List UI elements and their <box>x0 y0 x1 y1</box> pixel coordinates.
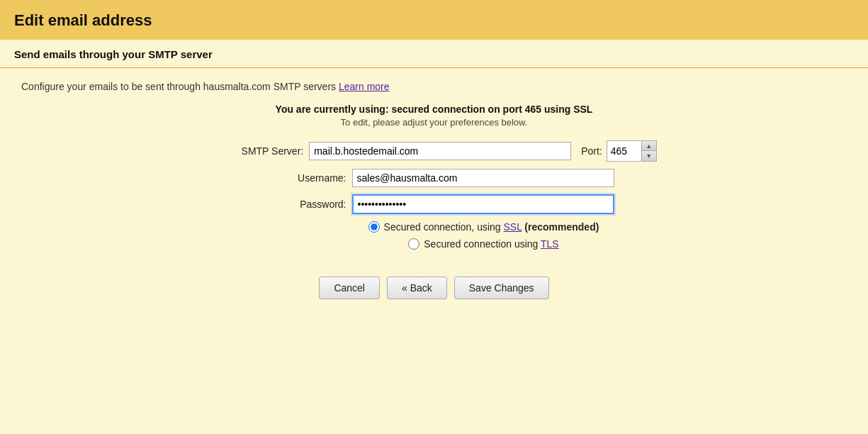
ssl-radio-label: Secured connection, using SSL (recommend… <box>384 221 599 233</box>
port-group: Port: ▲ ▼ <box>581 140 657 162</box>
username-label: Username: <box>254 172 346 184</box>
save-changes-button[interactable]: Save Changes <box>454 277 549 299</box>
username-row: Username: <box>21 169 847 187</box>
current-status-box: You are currently using: secured connect… <box>21 104 847 128</box>
button-row: Cancel « Back Save Changes <box>21 277 847 299</box>
port-input[interactable] <box>607 143 641 160</box>
smtp-label: SMTP Server: <box>211 145 303 157</box>
status-main: You are currently using: secured connect… <box>21 104 847 115</box>
password-label: Password: <box>254 199 346 210</box>
page-title-text: Edit email address <box>14 11 152 29</box>
port-down-button[interactable]: ▼ <box>642 151 656 161</box>
password-row: Password: <box>21 194 847 214</box>
tls-link[interactable]: TLS <box>541 238 559 250</box>
port-spinner: ▲ ▼ <box>641 141 656 161</box>
status-sub: To edit, please adjust your preferences … <box>21 117 847 128</box>
page-wrapper: Edit email address Send emails through y… <box>0 0 868 434</box>
learn-more-link[interactable]: Learn more <box>339 81 390 92</box>
content-area: Configure your emails to be sent through… <box>0 68 868 313</box>
cancel-button[interactable]: Cancel <box>319 277 380 299</box>
section-header-text: Send emails through your SMTP server <box>14 48 213 60</box>
smtp-input[interactable] <box>309 142 571 160</box>
tls-radio-label: Secured connection using TLS <box>424 238 558 250</box>
tls-radio[interactable] <box>408 238 419 250</box>
form-section: SMTP Server: Port: ▲ ▼ Username: <box>21 140 847 255</box>
page-title: Edit email address <box>0 0 868 40</box>
smtp-row: SMTP Server: Port: ▲ ▼ <box>21 140 847 162</box>
description-text: Configure your emails to be sent through… <box>21 81 339 92</box>
description-line: Configure your emails to be sent through… <box>21 81 847 92</box>
section-header: Send emails through your SMTP server <box>0 40 868 68</box>
password-input[interactable] <box>352 194 614 214</box>
back-button[interactable]: « Back <box>387 277 447 299</box>
ssl-radio-row: Secured connection, using SSL (recommend… <box>269 221 599 233</box>
ssl-radio[interactable] <box>368 221 380 233</box>
port-up-button[interactable]: ▲ <box>642 141 656 151</box>
username-input[interactable] <box>352 169 614 187</box>
port-label: Port: <box>581 145 602 157</box>
ssl-link[interactable]: SSL <box>504 221 522 233</box>
port-input-wrapper: ▲ ▼ <box>607 140 657 162</box>
tls-radio-row: Secured connection using TLS <box>309 238 558 250</box>
